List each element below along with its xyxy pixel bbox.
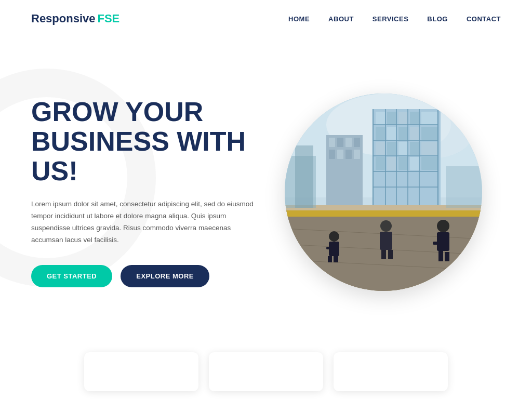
main-nav: HOME ABOUT SERVICES BLOG CONTACT <box>288 15 501 23</box>
svg-rect-38 <box>337 138 343 147</box>
svg-rect-64 <box>433 242 443 245</box>
svg-rect-68 <box>295 145 313 208</box>
svg-rect-48 <box>285 210 482 217</box>
logo: Responsive FSE <box>31 12 119 25</box>
svg-rect-24 <box>421 157 438 170</box>
svg-rect-17 <box>398 142 408 155</box>
hero-image-area <box>266 94 501 291</box>
svg-rect-22 <box>398 157 408 170</box>
hero-section: GROW YOUR BUSINESS WITH US! Lorem ipsum … <box>0 37 532 347</box>
svg-rect-37 <box>329 138 335 147</box>
svg-rect-59 <box>380 232 392 250</box>
svg-rect-18 <box>410 142 419 155</box>
svg-rect-65 <box>438 251 443 261</box>
svg-rect-20 <box>376 157 385 170</box>
svg-rect-39 <box>345 138 352 147</box>
nav-home[interactable]: HOME <box>288 15 310 23</box>
header: Responsive FSE HOME ABOUT SERVICES BLOG … <box>0 0 532 37</box>
svg-rect-21 <box>387 157 396 170</box>
svg-rect-42 <box>337 150 343 159</box>
svg-rect-56 <box>328 256 332 262</box>
svg-rect-69 <box>446 166 482 208</box>
nav-contact[interactable]: CONTACT <box>467 15 501 23</box>
svg-rect-61 <box>388 250 393 259</box>
svg-rect-60 <box>381 250 386 259</box>
bottom-card-1 <box>84 352 198 391</box>
svg-rect-66 <box>445 252 449 261</box>
hero-content: GROW YOUR BUSINESS WITH US! Lorem ipsum … <box>31 97 266 287</box>
svg-rect-40 <box>354 138 360 147</box>
hero-buttons: GET STARTED EXPLORE MORE <box>31 265 266 287</box>
hero-circle-image <box>285 94 482 291</box>
logo-brand: Responsive <box>31 12 96 25</box>
svg-rect-57 <box>334 255 338 262</box>
svg-rect-23 <box>410 157 419 170</box>
svg-rect-15 <box>376 142 385 155</box>
bottom-card-2 <box>209 352 323 391</box>
svg-rect-9 <box>421 112 438 125</box>
svg-point-62 <box>437 220 449 232</box>
svg-point-58 <box>380 220 392 232</box>
svg-point-53 <box>329 231 339 242</box>
svg-rect-7 <box>398 112 408 125</box>
logo-accent: FSE <box>98 12 120 25</box>
svg-rect-41 <box>329 150 335 159</box>
nav-about[interactable]: ABOUT <box>328 15 354 23</box>
get-started-button[interactable]: GET STARTED <box>31 265 112 287</box>
svg-rect-10 <box>376 127 385 140</box>
svg-rect-8 <box>410 112 419 125</box>
bottom-card-3 <box>334 352 448 391</box>
svg-rect-12 <box>398 127 408 140</box>
svg-rect-11 <box>387 127 396 140</box>
svg-rect-14 <box>421 127 438 140</box>
svg-rect-43 <box>345 150 352 159</box>
nav-blog[interactable]: BLOG <box>427 15 448 23</box>
svg-rect-55 <box>326 247 332 249</box>
cards-row <box>0 347 532 399</box>
hero-scene-svg <box>285 94 482 291</box>
svg-rect-16 <box>387 142 396 155</box>
explore-more-button[interactable]: EXPLORE MORE <box>121 265 209 287</box>
svg-rect-13 <box>410 127 419 140</box>
nav-services[interactable]: SERVICES <box>373 15 409 23</box>
svg-rect-44 <box>354 150 360 159</box>
svg-rect-5 <box>376 112 385 125</box>
svg-rect-19 <box>421 142 438 155</box>
hero-description: Lorem ipsum dolor sit amet, consectetur … <box>31 198 255 246</box>
hero-title: GROW YOUR BUSINESS WITH US! <box>31 97 266 187</box>
svg-rect-6 <box>387 112 396 125</box>
